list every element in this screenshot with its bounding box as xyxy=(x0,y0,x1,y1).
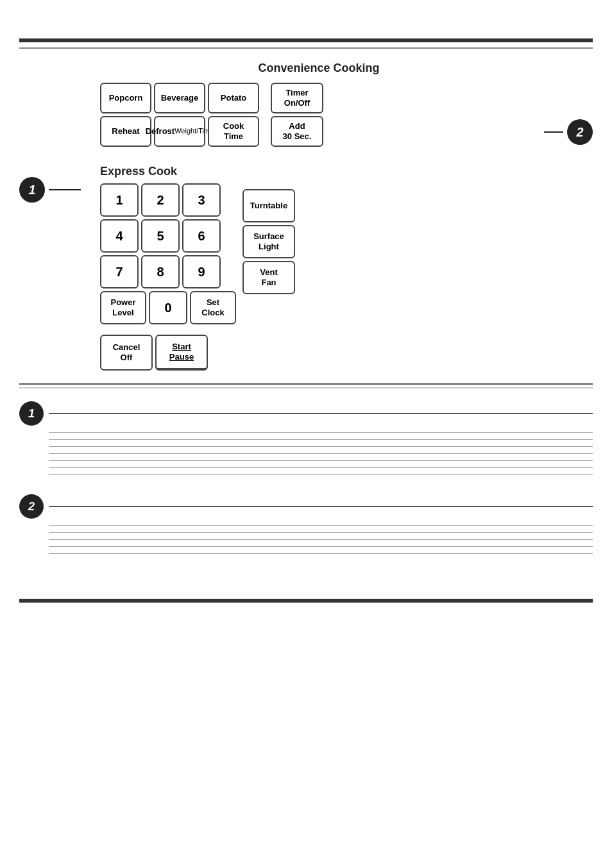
cancel-off-button[interactable]: CancelOff xyxy=(100,335,153,371)
control-panel: Convenience Cooking Popcorn Beverage Pot… xyxy=(87,62,538,371)
note-2-line-1 xyxy=(49,525,593,526)
num-5-button[interactable]: 5 xyxy=(141,219,180,253)
num-7-button[interactable]: 7 xyxy=(100,255,139,288)
express-section: Express Cook 1 2 3 4 5 6 xyxy=(100,156,295,371)
potato-button[interactable]: Potato xyxy=(208,83,259,113)
num-6-button[interactable]: 6 xyxy=(182,219,221,253)
surface-light-button[interactable]: SurfaceLight xyxy=(242,225,295,258)
page-container: 1 Convenience Cooking Popcorn Beverage P… xyxy=(0,38,612,868)
note-block-1: 1 xyxy=(19,401,593,475)
num-row-3: 7 8 9 xyxy=(100,255,236,288)
express-cook-label: Express Cook xyxy=(100,165,236,178)
note-2-line-3 xyxy=(49,539,593,540)
convenience-row-2: Reheat DefrostWeight/Time CookTime Add30… xyxy=(100,116,323,147)
power-level-button[interactable]: PowerLevel xyxy=(100,291,146,324)
mid-separator xyxy=(19,383,593,385)
timer-button[interactable]: TimerOn/Off xyxy=(271,83,323,113)
num-row-bottom: PowerLevel 0 SetClock xyxy=(100,291,236,324)
add-30-button[interactable]: Add30 Sec. xyxy=(271,116,323,147)
callout-circle-1: 1 xyxy=(19,177,45,203)
notes-section: 1 2 xyxy=(0,388,612,586)
left-callout: 1 xyxy=(19,177,81,203)
vent-fan-button[interactable]: VentFan xyxy=(242,261,295,294)
beverage-button[interactable]: Beverage xyxy=(154,83,205,113)
num-0-button[interactable]: 0 xyxy=(149,291,187,324)
num-1-button[interactable]: 1 xyxy=(100,183,139,217)
note-2-line-2 xyxy=(49,532,593,533)
note-callout-1: 1 xyxy=(19,401,44,426)
bottom-border xyxy=(19,599,593,603)
convenience-cooking-title: Convenience Cooking xyxy=(100,62,538,75)
note-1-header-line xyxy=(49,413,593,414)
callout-circle-2: 2 xyxy=(567,119,593,145)
turntable-button[interactable]: Turntable xyxy=(242,189,295,222)
diagram-section: 1 Convenience Cooking Popcorn Beverage P… xyxy=(0,49,612,383)
num-3-button[interactable]: 3 xyxy=(182,183,221,217)
num-4-button[interactable]: 4 xyxy=(100,219,139,253)
popcorn-button[interactable]: Popcorn xyxy=(100,83,151,113)
num-row-1: 1 2 3 xyxy=(100,183,236,217)
note-1-header: 1 xyxy=(19,401,593,426)
note-1-line-6 xyxy=(49,467,593,468)
cook-time-button[interactable]: CookTime xyxy=(208,116,259,147)
note-1-line-7 xyxy=(49,474,593,475)
reheat-button[interactable]: Reheat xyxy=(100,116,151,147)
num-8-button[interactable]: 8 xyxy=(141,255,180,288)
note-2-line-4 xyxy=(49,546,593,547)
note-1-line-2 xyxy=(49,439,593,440)
top-border xyxy=(19,38,593,42)
callout-line-2 xyxy=(544,131,563,133)
num-row-2: 4 5 6 xyxy=(100,219,236,253)
start-pause-button[interactable]: StartPause xyxy=(155,335,208,371)
note-callout-2: 2 xyxy=(19,494,44,519)
note-1-line-3 xyxy=(49,446,593,447)
express-numpad: Express Cook 1 2 3 4 5 6 xyxy=(100,156,236,371)
convenience-row-1: Popcorn Beverage Potato TimerOn/Off xyxy=(100,83,323,113)
num-2-button[interactable]: 2 xyxy=(141,183,180,217)
note-2-header: 2 xyxy=(19,494,593,519)
right-col-buttons: Turntable SurfaceLight VentFan xyxy=(242,189,295,371)
note-1-line-1 xyxy=(49,432,593,433)
callout-line-1 xyxy=(49,189,81,190)
note-2-line-5 xyxy=(49,553,593,554)
defrost-button[interactable]: DefrostWeight/Time xyxy=(154,116,205,147)
note-1-line-5 xyxy=(49,460,593,461)
note-block-2: 2 xyxy=(19,494,593,554)
right-callout: 2 xyxy=(544,119,593,145)
note-1-line-4 xyxy=(49,453,593,454)
set-clock-button[interactable]: SetClock xyxy=(190,291,236,324)
num-9-button[interactable]: 9 xyxy=(182,255,221,288)
action-row: CancelOff StartPause xyxy=(100,335,236,371)
note-2-header-line xyxy=(49,506,593,507)
